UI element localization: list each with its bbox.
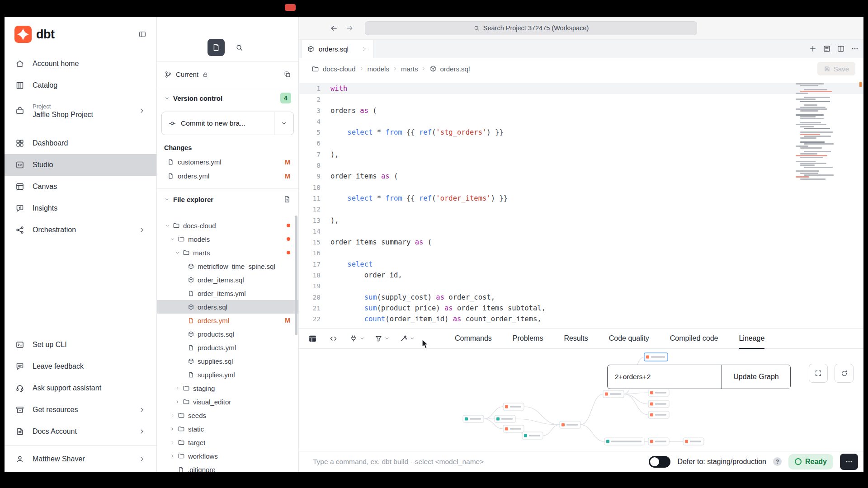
lineage-node[interactable] [648, 411, 669, 418]
lineage-node[interactable] [503, 403, 524, 410]
breadcrumb-item[interactable]: orders.sql [440, 65, 470, 73]
minimap[interactable] [796, 83, 837, 180]
sidebar-item-ask-support-assistant[interactable]: Ask support assistant [5, 377, 156, 399]
code-lines[interactable]: 1with23orders as (45 select * from {{ re… [299, 79, 863, 328]
file-explorer-header[interactable]: File explorer [157, 189, 298, 210]
version-control-header[interactable]: Version control 4 [157, 87, 298, 109]
build-dropdown-button[interactable] [349, 334, 365, 343]
code-line[interactable]: 2 [299, 94, 863, 105]
breadcrumb-item[interactable]: docs-cloud [323, 65, 356, 73]
commit-dropdown-chevron[interactable] [274, 112, 293, 135]
tree-item-docs-cloud[interactable]: docs-cloud [157, 219, 298, 232]
code-line[interactable]: 6 [299, 138, 863, 149]
lineage-node[interactable] [683, 438, 704, 445]
code-line[interactable]: 18 order_id, [299, 270, 863, 281]
code-line[interactable]: 22 count(order_item_id) as count_order_i… [299, 314, 863, 324]
code-line[interactable]: 4 [299, 116, 863, 127]
new-file-icon[interactable] [283, 195, 291, 203]
code-line[interactable]: 7), [299, 149, 863, 160]
tree-item-orders-yml[interactable]: orders.ymlM [157, 314, 298, 327]
code-line[interactable]: 8 [299, 160, 863, 171]
tree-item--gitignore[interactable]: .gitignore [157, 463, 298, 472]
code-line[interactable]: 21 sum(product_price) as order_items_sub… [299, 303, 863, 314]
preview-results-icon[interactable] [308, 334, 317, 343]
lineage-graph[interactable] [299, 349, 863, 451]
fullscreen-icon[interactable] [809, 364, 828, 383]
split-editor-icon[interactable] [837, 45, 845, 53]
tree-item-metricflow-time-spine-sql[interactable]: metricflow_time_spine.sql [157, 259, 298, 273]
status-badge[interactable]: Ready [788, 454, 833, 469]
tab-lineage[interactable]: Lineage [739, 328, 764, 348]
code-line[interactable]: 1with [299, 83, 863, 94]
tree-item-staging[interactable]: staging [157, 381, 298, 395]
sidebar-item-leave-feedback[interactable]: Leave feedback [5, 356, 156, 377]
tree-item-workflows[interactable]: workflows [157, 449, 298, 463]
sidebar-item-canvas[interactable]: Canvas [5, 176, 156, 197]
update-graph-button[interactable]: Update Graph [722, 365, 790, 389]
notebook-icon[interactable] [823, 45, 831, 53]
sidebar-item-docs-account[interactable]: Docs Account [5, 421, 156, 442]
code-line[interactable]: 16 [299, 248, 863, 258]
lineage-node[interactable] [644, 353, 668, 361]
lineage-node[interactable] [648, 389, 669, 396]
commit-button[interactable]: Commit to new bra... [161, 112, 294, 135]
sidebar-item-dashboard[interactable]: Dashboard [5, 132, 156, 154]
tab-results[interactable]: Results [564, 328, 588, 348]
code-line[interactable]: 17 select [299, 259, 863, 270]
lineage-node[interactable] [648, 438, 669, 445]
more-actions-button[interactable] [840, 454, 858, 470]
fix-dropdown-button[interactable] [400, 334, 415, 343]
tree-item-marts[interactable]: marts [157, 246, 298, 259]
help-icon[interactable]: ? [773, 457, 782, 466]
sidebar-item-matthew-shaver[interactable]: Matthew Shaver [5, 448, 156, 470]
sidebar-item-orchestration[interactable]: Orchestration [5, 219, 156, 241]
code-line[interactable]: 14 [299, 226, 863, 237]
back-button[interactable] [330, 24, 338, 33]
sidebar-item-jaffle-shop-project[interactable]: ProjectJaffle Shop Project [5, 96, 156, 125]
lineage-node[interactable] [603, 390, 624, 398]
tree-item-static[interactable]: static [157, 422, 298, 436]
breadcrumb-item[interactable]: marts [401, 65, 418, 73]
tree-item-seeds[interactable]: seeds [157, 408, 298, 422]
tab-problems[interactable]: Problems [513, 328, 543, 348]
more-options-icon[interactable] [851, 45, 859, 53]
tree-item-products-yml[interactable]: products.yml [157, 341, 298, 354]
scrollbar[interactable] [295, 216, 297, 335]
new-tab-icon[interactable] [809, 45, 817, 53]
save-button[interactable]: Save [817, 62, 855, 75]
changed-file-row[interactable]: customers.ymlM [157, 155, 298, 169]
tree-item-supplies-sql[interactable]: supplies.sql [157, 354, 298, 368]
breadcrumb-item[interactable]: models [368, 65, 389, 73]
code-line[interactable]: 10 [299, 182, 863, 193]
tree-item-products-sql[interactable]: products.sql [157, 327, 298, 341]
tab-compiled-code[interactable]: Compiled code [670, 328, 718, 348]
code-line[interactable]: 13), [299, 215, 863, 226]
project-search[interactable]: Search Project 372475 (Workspace) [365, 21, 697, 35]
current-branch-row[interactable]: Current [157, 62, 298, 87]
sidebar-item-studio[interactable]: Studio [5, 154, 156, 176]
lineage-node[interactable] [495, 415, 515, 422]
code-line[interactable]: 12 [299, 204, 863, 215]
search-view-button[interactable] [231, 39, 248, 56]
code-line[interactable]: 19 [299, 281, 863, 291]
lineage-node[interactable] [522, 432, 543, 439]
tree-item-supplies-yml[interactable]: supplies.yml [157, 368, 298, 381]
lineage-node[interactable] [604, 438, 644, 445]
copy-icon[interactable] [283, 70, 291, 78]
code-line[interactable]: 23 [299, 325, 863, 328]
tree-item-models[interactable]: models [157, 232, 298, 246]
sidebar-collapse-icon[interactable] [138, 30, 146, 38]
tree-item-visual-editor[interactable]: visual_editor [157, 395, 298, 408]
lineage-node[interactable] [463, 415, 484, 422]
sidebar-item-catalog[interactable]: Catalog [5, 75, 156, 96]
tree-item-order-items-sql[interactable]: order_items.sql [157, 273, 298, 286]
lineage-node[interactable] [560, 421, 580, 428]
compile-code-icon[interactable] [329, 334, 338, 343]
code-editor[interactable]: 1with23orders as (45 select * from {{ re… [299, 79, 863, 328]
sidebar-item-account-home[interactable]: Account home [5, 53, 156, 75]
test-dropdown-button[interactable] [375, 335, 390, 343]
tab-commands[interactable]: Commands [455, 328, 492, 348]
close-icon[interactable] [362, 46, 368, 52]
code-line[interactable]: 11 select * from {{ ref('order_items') }… [299, 193, 863, 204]
sidebar-item-insights[interactable]: Insights [5, 197, 156, 219]
